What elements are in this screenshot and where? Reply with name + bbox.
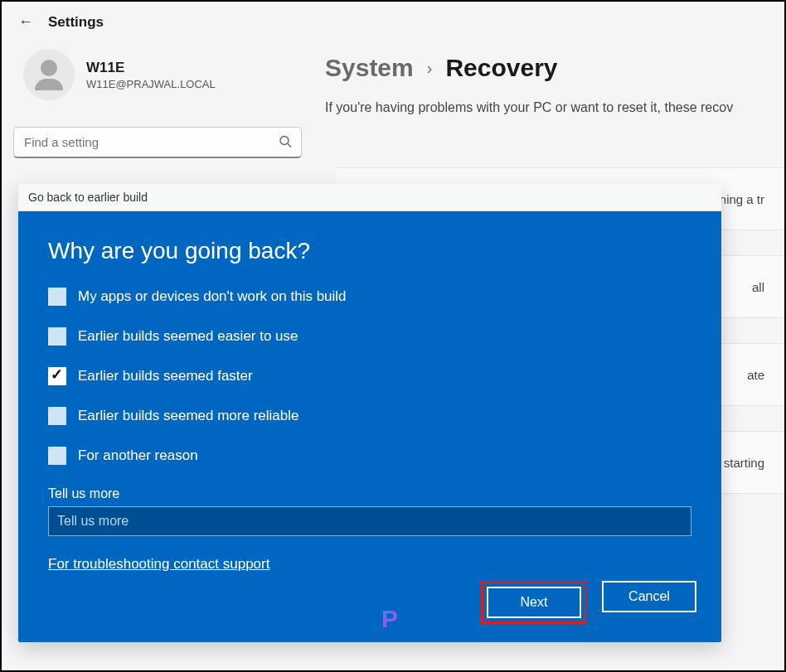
avatar-icon: [23, 49, 75, 100]
reason-label: Earlier builds seemed more reliable: [78, 408, 298, 424]
user-block[interactable]: W11E W11E@PRAJWAL.LOCAL: [18, 49, 284, 100]
checkbox-icon[interactable]: [48, 447, 66, 465]
checkbox-icon[interactable]: [48, 327, 66, 346]
reason-label: For another reason: [78, 447, 198, 464]
tell-more-label: Tell us more: [48, 486, 691, 501]
reason-option[interactable]: For another reason: [48, 447, 691, 465]
reason-label: Earlier builds seemed faster: [78, 368, 253, 384]
reason-option[interactable]: My apps or devices don't work on this bu…: [48, 288, 691, 306]
breadcrumb: System › Recovery: [325, 54, 768, 82]
reason-option[interactable]: Earlier builds seemed faster: [48, 367, 691, 385]
support-link[interactable]: For troubleshooting contact support: [48, 556, 269, 573]
svg-line-1: [288, 144, 291, 147]
reason-label: Earlier builds seemed easier to use: [78, 328, 298, 345]
breadcrumb-parent[interactable]: System: [325, 54, 414, 82]
user-name: W11E: [86, 60, 216, 76]
reason-label: My apps or devices don't work on this bu…: [78, 288, 347, 305]
app-title: Settings: [48, 14, 104, 31]
cancel-button[interactable]: Cancel: [602, 581, 696, 612]
reason-option[interactable]: Earlier builds seemed easier to use: [48, 327, 691, 346]
reason-option[interactable]: Earlier builds seemed more reliable: [48, 407, 691, 425]
page-description: If you're having problems with your PC o…: [325, 100, 768, 115]
sidebar: W11E W11E@PRAJWAL.LOCAL: [18, 49, 284, 158]
svg-point-0: [280, 137, 289, 145]
search-icon: [279, 135, 292, 151]
next-button[interactable]: Next: [487, 587, 581, 618]
breadcrumb-current: Recovery: [445, 54, 557, 82]
tell-more-input[interactable]: [48, 506, 691, 536]
search-input[interactable]: [13, 127, 302, 158]
dialog-heading: Why are you going back?: [48, 238, 691, 264]
chevron-right-icon: ›: [427, 59, 433, 78]
go-back-dialog: Go back to earlier build Why are you goi…: [18, 184, 721, 642]
dialog-titlebar: Go back to earlier build: [18, 184, 721, 211]
highlight-annotation: Next: [481, 581, 587, 624]
checkbox-icon[interactable]: [48, 407, 66, 425]
user-email: W11E@PRAJWAL.LOCAL: [86, 78, 216, 90]
checkbox-icon[interactable]: [48, 367, 66, 385]
watermark-logo-icon: P: [373, 602, 406, 636]
checkbox-icon[interactable]: [48, 288, 66, 306]
back-arrow-icon[interactable]: ←: [18, 13, 33, 31]
main-content: System › Recovery If you're having probl…: [325, 49, 768, 158]
